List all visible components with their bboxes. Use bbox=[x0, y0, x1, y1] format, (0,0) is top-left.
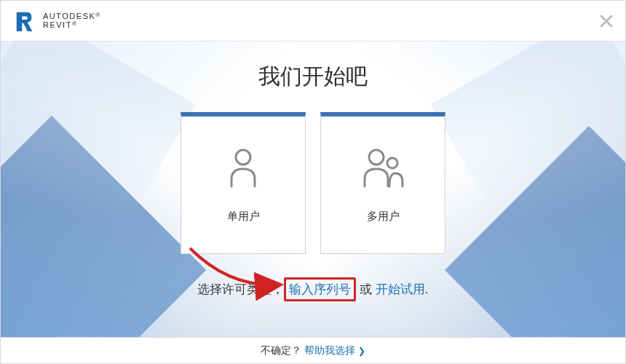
registered-mark: ® bbox=[72, 20, 77, 27]
serial-highlight-box: 输入序列号 bbox=[284, 277, 356, 301]
revit-logo-icon bbox=[14, 9, 36, 33]
brand-line2: REVIT bbox=[43, 20, 72, 29]
brand-text: AUTODESK® REVIT® bbox=[43, 12, 101, 29]
start-trial-link[interactable]: 开始试用 bbox=[376, 282, 425, 296]
footer-question: 不确定？ bbox=[261, 344, 301, 357]
card-label: 单用户 bbox=[227, 210, 260, 223]
single-user-card[interactable]: 单用户 bbox=[181, 112, 306, 254]
license-cards: 单用户 多用户 bbox=[1, 112, 625, 254]
multi-user-card[interactable]: 多用户 bbox=[320, 112, 445, 254]
svg-point-2 bbox=[236, 150, 250, 165]
prompt-suffix: . bbox=[425, 282, 429, 296]
brand-line1: AUTODESK bbox=[43, 12, 95, 20]
main-content: 我们开始吧 单用户 多用户 选择许可类型，输入 bbox=[1, 41, 625, 301]
svg-point-4 bbox=[387, 158, 397, 168]
prompt-prefix: 选择许可类型， bbox=[197, 282, 284, 296]
prompt-mid: 或 bbox=[356, 282, 375, 296]
close-button[interactable] bbox=[598, 12, 615, 30]
svg-point-3 bbox=[369, 150, 384, 165]
card-label: 多用户 bbox=[367, 210, 400, 223]
license-prompt: 选择许可类型，输入序列号 或 开始试用. bbox=[1, 277, 625, 301]
multi-user-icon bbox=[360, 147, 405, 191]
page-title: 我们开始吧 bbox=[1, 62, 625, 92]
enter-serial-link[interactable]: 输入序列号 bbox=[289, 282, 351, 296]
chevron-right-icon: ❯ bbox=[358, 346, 365, 356]
help-me-choose-link[interactable]: 帮助我选择 bbox=[304, 344, 355, 357]
close-icon bbox=[598, 12, 615, 30]
single-user-icon bbox=[226, 147, 261, 191]
registered-mark: ® bbox=[95, 12, 100, 18]
footer: 不确定？ 帮助我选择 ❯ bbox=[1, 337, 625, 363]
header: AUTODESK® REVIT® bbox=[1, 1, 625, 41]
